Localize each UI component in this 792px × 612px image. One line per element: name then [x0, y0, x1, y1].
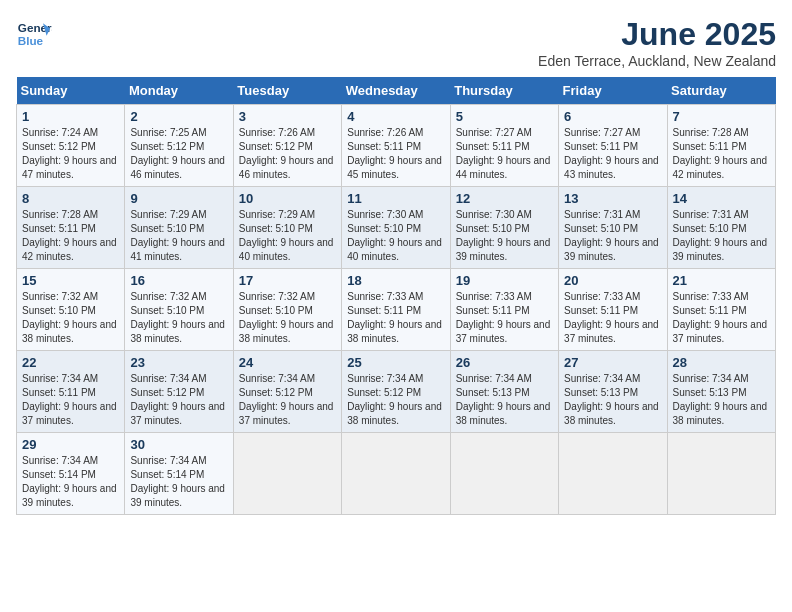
day-number: 5 — [456, 109, 553, 124]
day-sun-info: Sunrise: 7:24 AMSunset: 5:12 PMDaylight:… — [22, 126, 119, 182]
calendar-day-cell: 2Sunrise: 7:25 AMSunset: 5:12 PMDaylight… — [125, 105, 233, 187]
calendar-day-cell: 21Sunrise: 7:33 AMSunset: 5:11 PMDayligh… — [667, 269, 775, 351]
calendar-day-cell — [233, 433, 341, 515]
day-number: 19 — [456, 273, 553, 288]
day-sun-info: Sunrise: 7:25 AMSunset: 5:12 PMDaylight:… — [130, 126, 227, 182]
weekday-header-monday: Monday — [125, 77, 233, 105]
day-number: 16 — [130, 273, 227, 288]
day-number: 12 — [456, 191, 553, 206]
day-number: 23 — [130, 355, 227, 370]
calendar-week-row: 15Sunrise: 7:32 AMSunset: 5:10 PMDayligh… — [17, 269, 776, 351]
calendar-day-cell: 24Sunrise: 7:34 AMSunset: 5:12 PMDayligh… — [233, 351, 341, 433]
calendar-day-cell: 5Sunrise: 7:27 AMSunset: 5:11 PMDaylight… — [450, 105, 558, 187]
svg-text:Blue: Blue — [18, 34, 44, 47]
month-year-title: June 2025 — [538, 16, 776, 53]
calendar-day-cell: 4Sunrise: 7:26 AMSunset: 5:11 PMDaylight… — [342, 105, 450, 187]
day-number: 14 — [673, 191, 770, 206]
day-sun-info: Sunrise: 7:33 AMSunset: 5:11 PMDaylight:… — [347, 290, 444, 346]
day-number: 10 — [239, 191, 336, 206]
calendar-day-cell: 16Sunrise: 7:32 AMSunset: 5:10 PMDayligh… — [125, 269, 233, 351]
calendar-week-row: 8Sunrise: 7:28 AMSunset: 5:11 PMDaylight… — [17, 187, 776, 269]
calendar-day-cell — [667, 433, 775, 515]
day-sun-info: Sunrise: 7:34 AMSunset: 5:14 PMDaylight:… — [22, 454, 119, 510]
calendar-week-row: 22Sunrise: 7:34 AMSunset: 5:11 PMDayligh… — [17, 351, 776, 433]
day-number: 2 — [130, 109, 227, 124]
calendar-day-cell: 11Sunrise: 7:30 AMSunset: 5:10 PMDayligh… — [342, 187, 450, 269]
calendar-week-row: 1Sunrise: 7:24 AMSunset: 5:12 PMDaylight… — [17, 105, 776, 187]
calendar-day-cell: 29Sunrise: 7:34 AMSunset: 5:14 PMDayligh… — [17, 433, 125, 515]
logo: General Blue — [16, 16, 52, 52]
calendar-day-cell: 22Sunrise: 7:34 AMSunset: 5:11 PMDayligh… — [17, 351, 125, 433]
calendar-day-cell: 8Sunrise: 7:28 AMSunset: 5:11 PMDaylight… — [17, 187, 125, 269]
calendar-day-cell: 18Sunrise: 7:33 AMSunset: 5:11 PMDayligh… — [342, 269, 450, 351]
day-number: 3 — [239, 109, 336, 124]
calendar-day-cell: 9Sunrise: 7:29 AMSunset: 5:10 PMDaylight… — [125, 187, 233, 269]
day-sun-info: Sunrise: 7:34 AMSunset: 5:12 PMDaylight:… — [130, 372, 227, 428]
calendar-day-cell — [559, 433, 667, 515]
day-sun-info: Sunrise: 7:26 AMSunset: 5:12 PMDaylight:… — [239, 126, 336, 182]
day-sun-info: Sunrise: 7:34 AMSunset: 5:12 PMDaylight:… — [347, 372, 444, 428]
weekday-header-friday: Friday — [559, 77, 667, 105]
day-sun-info: Sunrise: 7:34 AMSunset: 5:14 PMDaylight:… — [130, 454, 227, 510]
weekday-header-tuesday: Tuesday — [233, 77, 341, 105]
day-number: 9 — [130, 191, 227, 206]
calendar-day-cell: 30Sunrise: 7:34 AMSunset: 5:14 PMDayligh… — [125, 433, 233, 515]
header: General Blue June 2025 Eden Terrace, Auc… — [16, 16, 776, 69]
calendar-week-row: 29Sunrise: 7:34 AMSunset: 5:14 PMDayligh… — [17, 433, 776, 515]
day-sun-info: Sunrise: 7:28 AMSunset: 5:11 PMDaylight:… — [22, 208, 119, 264]
calendar-day-cell: 12Sunrise: 7:30 AMSunset: 5:10 PMDayligh… — [450, 187, 558, 269]
day-sun-info: Sunrise: 7:34 AMSunset: 5:12 PMDaylight:… — [239, 372, 336, 428]
calendar-day-cell: 26Sunrise: 7:34 AMSunset: 5:13 PMDayligh… — [450, 351, 558, 433]
day-sun-info: Sunrise: 7:29 AMSunset: 5:10 PMDaylight:… — [130, 208, 227, 264]
day-sun-info: Sunrise: 7:31 AMSunset: 5:10 PMDaylight:… — [564, 208, 661, 264]
weekday-header-saturday: Saturday — [667, 77, 775, 105]
location-subtitle: Eden Terrace, Auckland, New Zealand — [538, 53, 776, 69]
day-sun-info: Sunrise: 7:32 AMSunset: 5:10 PMDaylight:… — [130, 290, 227, 346]
day-number: 8 — [22, 191, 119, 206]
title-area: June 2025 Eden Terrace, Auckland, New Ze… — [538, 16, 776, 69]
calendar-day-cell: 14Sunrise: 7:31 AMSunset: 5:10 PMDayligh… — [667, 187, 775, 269]
day-number: 4 — [347, 109, 444, 124]
day-sun-info: Sunrise: 7:34 AMSunset: 5:13 PMDaylight:… — [456, 372, 553, 428]
day-sun-info: Sunrise: 7:32 AMSunset: 5:10 PMDaylight:… — [239, 290, 336, 346]
calendar-day-cell: 27Sunrise: 7:34 AMSunset: 5:13 PMDayligh… — [559, 351, 667, 433]
day-number: 30 — [130, 437, 227, 452]
weekday-header-wednesday: Wednesday — [342, 77, 450, 105]
day-number: 28 — [673, 355, 770, 370]
calendar-day-cell: 15Sunrise: 7:32 AMSunset: 5:10 PMDayligh… — [17, 269, 125, 351]
calendar-day-cell — [450, 433, 558, 515]
day-number: 6 — [564, 109, 661, 124]
day-number: 27 — [564, 355, 661, 370]
calendar-day-cell: 23Sunrise: 7:34 AMSunset: 5:12 PMDayligh… — [125, 351, 233, 433]
day-number: 22 — [22, 355, 119, 370]
calendar-day-cell — [342, 433, 450, 515]
weekday-header-sunday: Sunday — [17, 77, 125, 105]
day-sun-info: Sunrise: 7:32 AMSunset: 5:10 PMDaylight:… — [22, 290, 119, 346]
day-number: 7 — [673, 109, 770, 124]
day-sun-info: Sunrise: 7:34 AMSunset: 5:11 PMDaylight:… — [22, 372, 119, 428]
day-sun-info: Sunrise: 7:33 AMSunset: 5:11 PMDaylight:… — [564, 290, 661, 346]
calendar-day-cell: 17Sunrise: 7:32 AMSunset: 5:10 PMDayligh… — [233, 269, 341, 351]
day-sun-info: Sunrise: 7:33 AMSunset: 5:11 PMDaylight:… — [673, 290, 770, 346]
calendar-table: SundayMondayTuesdayWednesdayThursdayFrid… — [16, 77, 776, 515]
day-sun-info: Sunrise: 7:30 AMSunset: 5:10 PMDaylight:… — [456, 208, 553, 264]
day-number: 17 — [239, 273, 336, 288]
calendar-day-cell: 6Sunrise: 7:27 AMSunset: 5:11 PMDaylight… — [559, 105, 667, 187]
calendar-day-cell: 10Sunrise: 7:29 AMSunset: 5:10 PMDayligh… — [233, 187, 341, 269]
day-number: 18 — [347, 273, 444, 288]
day-number: 15 — [22, 273, 119, 288]
day-sun-info: Sunrise: 7:34 AMSunset: 5:13 PMDaylight:… — [673, 372, 770, 428]
calendar-day-cell: 3Sunrise: 7:26 AMSunset: 5:12 PMDaylight… — [233, 105, 341, 187]
day-sun-info: Sunrise: 7:33 AMSunset: 5:11 PMDaylight:… — [456, 290, 553, 346]
day-number: 25 — [347, 355, 444, 370]
calendar-day-cell: 19Sunrise: 7:33 AMSunset: 5:11 PMDayligh… — [450, 269, 558, 351]
calendar-day-cell: 25Sunrise: 7:34 AMSunset: 5:12 PMDayligh… — [342, 351, 450, 433]
day-sun-info: Sunrise: 7:28 AMSunset: 5:11 PMDaylight:… — [673, 126, 770, 182]
calendar-day-cell: 13Sunrise: 7:31 AMSunset: 5:10 PMDayligh… — [559, 187, 667, 269]
day-sun-info: Sunrise: 7:31 AMSunset: 5:10 PMDaylight:… — [673, 208, 770, 264]
day-number: 29 — [22, 437, 119, 452]
day-number: 24 — [239, 355, 336, 370]
day-sun-info: Sunrise: 7:30 AMSunset: 5:10 PMDaylight:… — [347, 208, 444, 264]
day-number: 1 — [22, 109, 119, 124]
day-sun-info: Sunrise: 7:27 AMSunset: 5:11 PMDaylight:… — [456, 126, 553, 182]
